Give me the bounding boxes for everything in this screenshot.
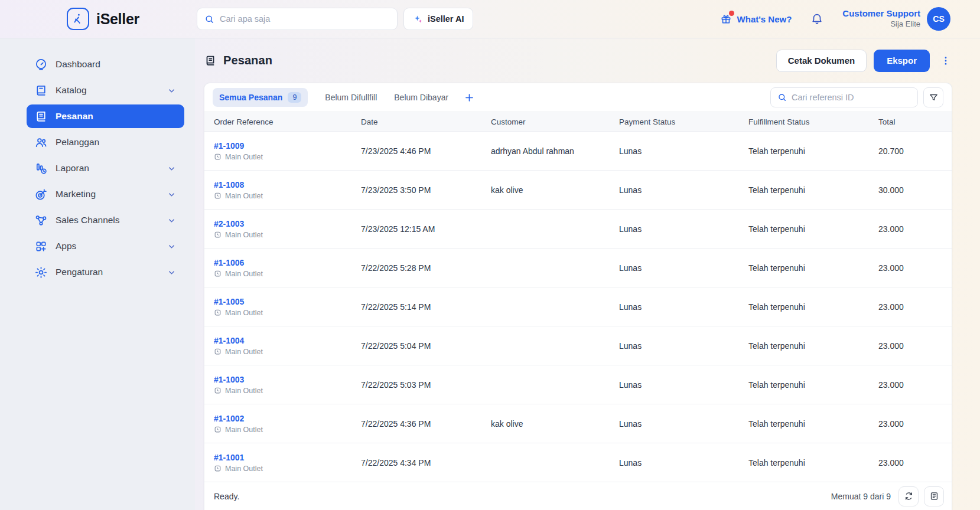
column-header[interactable]: Total [878,117,942,126]
outlet-icon [214,231,222,238]
print-documents-button[interactable]: Cetak Dokumen [776,50,867,72]
notification-dot [729,11,734,16]
tab-item[interactable]: Belum Difullfill [325,93,377,102]
refresh-button[interactable] [898,486,919,506]
order-date: 7/23/2025 4:46 PM [361,146,491,156]
table-row[interactable]: #1-1002 Main Outlet 7/22/2025 4:36 PM ka… [204,404,952,443]
fulfillment-status: Telah terpenuhi [748,419,878,429]
sidebar-item[interactable]: Laporan [27,156,184,180]
sidebar-item[interactable]: Pelanggan [27,130,184,154]
order-reference-link[interactable]: #1-1004 [214,336,244,345]
chevron-down-icon [167,190,176,199]
status-bar: Ready. Memuat 9 dari 9 [204,482,952,510]
outlet-icon [214,348,222,355]
avatar[interactable]: CS [927,7,950,31]
dashboard-icon [34,58,48,71]
sidebar-item-label: Apps [56,241,76,251]
orders-card: Semua Pesanan 9 Belum Difullfill Belum D… [204,83,952,510]
table-row[interactable]: #2-1003 Main Outlet 7/23/2025 12:15 AM L… [204,210,952,249]
table-row[interactable]: #1-1005 Main Outlet 7/22/2025 5:14 PM Lu… [204,287,952,326]
order-total: 30.000 [878,185,942,195]
order-total: 23.000 [878,224,942,234]
fulfillment-status: Telah terpenuhi [748,341,878,351]
sidebar-item[interactable]: Apps [27,234,184,258]
refresh-icon [904,491,914,501]
order-reference-link[interactable]: #1-1003 [214,375,244,384]
outlet-label: Main Outlet [225,192,263,200]
column-header[interactable]: Payment Status [619,117,748,126]
sidebar-item[interactable]: Katalog [27,79,184,102]
order-date: 7/22/2025 5:14 PM [361,302,491,312]
column-header[interactable]: Customer [491,117,619,126]
order-total: 20.700 [878,146,942,156]
pesanan-icon [34,110,48,123]
chevron-down-icon [167,242,176,251]
column-header[interactable]: Fulfillment Status [748,117,878,126]
order-reference-link[interactable]: #1-1002 [214,414,244,423]
outlet-icon [214,270,222,277]
reference-search-input[interactable] [792,93,911,102]
outlet-label: Main Outlet [225,387,263,395]
order-reference-link[interactable]: #1-1005 [214,297,244,306]
outlet-icon [214,426,222,433]
table-row[interactable]: #1-1004 Main Outlet 7/22/2025 5:04 PM Lu… [204,326,952,365]
order-total: 23.000 [878,380,942,390]
outlet-label: Main Outlet [225,270,263,278]
column-header[interactable]: Order Reference [214,117,361,126]
bell-icon[interactable] [810,12,823,25]
tab-semua-pesanan[interactable]: Semua Pesanan 9 [213,88,308,107]
table-row[interactable]: #1-1001 Main Outlet 7/22/2025 4:34 PM Lu… [204,443,952,482]
global-search[interactable] [197,8,398,30]
table-row[interactable]: #1-1009 Main Outlet 7/23/2025 4:46 PM ad… [204,132,952,171]
chevron-down-icon [167,164,176,173]
export-button[interactable]: Ekspor [874,50,930,72]
gift-icon [720,13,732,25]
tab-item[interactable]: Belum Dibayar [394,93,448,102]
ai-button-label: iSeller AI [428,14,464,24]
search-icon [204,14,214,24]
chevron-down-icon [167,86,176,95]
payment-status: Lunas [619,185,748,195]
sidebar-item[interactable]: Marketing [27,182,184,206]
order-date: 7/23/2025 12:15 AM [361,224,491,234]
payment-status: Lunas [619,224,748,234]
table-row[interactable]: #1-1003 Main Outlet 7/22/2025 5:03 PM Lu… [204,365,952,404]
payment-status: Lunas [619,263,748,273]
sidebar-item-label: Dashboard [56,59,100,70]
funnel-icon [929,93,939,103]
tab-label: Semua Pesanan [219,93,282,102]
account-menu[interactable]: Customer Support Sija Elite CS [842,7,950,31]
global-search-input[interactable] [220,14,390,24]
brand[interactable]: iSeller [67,8,139,30]
order-reference-link[interactable]: #1-1008 [214,180,244,189]
sidebar-item[interactable]: Pengaturan [27,260,184,284]
order-reference-link[interactable]: #1-1001 [214,453,244,462]
outlet-icon [214,192,222,200]
filter-button[interactable] [923,87,943,107]
order-total: 23.000 [878,263,942,273]
table-row[interactable]: #1-1008 Main Outlet 7/23/2025 3:50 PM ka… [204,171,952,210]
whats-new-link[interactable]: What's New? [720,13,792,25]
outlet-label: Main Outlet [225,309,263,317]
sidebar-item[interactable]: Dashboard [27,53,184,76]
order-date: 7/22/2025 5:03 PM [361,380,491,390]
order-reference-link[interactable]: #1-1006 [214,258,244,267]
table-row[interactable]: #1-1006 Main Outlet 7/22/2025 5:28 PM Lu… [204,249,952,287]
column-header[interactable]: Date [361,117,491,126]
sidebar-item[interactable]: Pesanan [27,104,184,128]
kebab-menu-icon[interactable] [940,55,951,66]
sidebar-item[interactable]: Sales Channels [27,208,184,232]
order-reference-link[interactable]: #2-1003 [214,219,244,228]
payment-status: Lunas [619,146,748,156]
outlet-icon [214,309,222,316]
order-reference-link[interactable]: #1-1009 [214,141,244,151]
add-tab-icon[interactable] [464,92,475,103]
outlet-icon [214,153,222,161]
log-button[interactable] [924,486,944,506]
iseller-ai-button[interactable]: iSeller AI [403,8,474,30]
fulfillment-status: Telah terpenuhi [748,380,878,390]
chevron-down-icon [167,268,176,277]
reference-search[interactable] [770,87,918,107]
account-plan: Sija Elite [842,19,920,30]
page-header: Pesanan Cetak Dokumen Ekspor [195,38,980,83]
